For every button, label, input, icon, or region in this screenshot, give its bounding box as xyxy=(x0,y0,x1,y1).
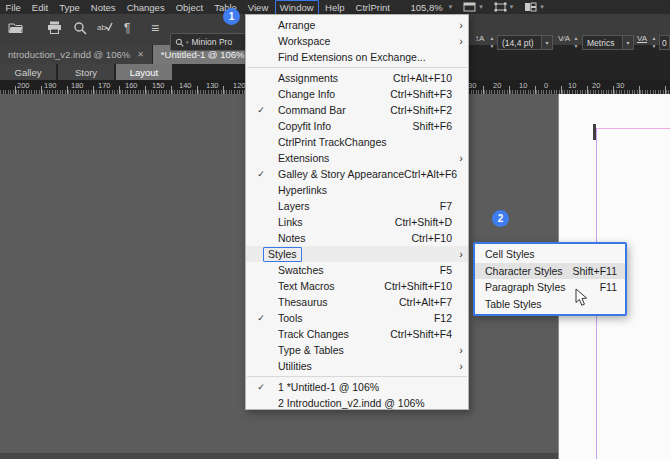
menu-item-tools[interactable]: ✓ToolsF12 xyxy=(246,310,468,326)
font-search-icon xyxy=(175,38,184,47)
tab-story[interactable]: Story xyxy=(58,64,114,80)
menu-item-layers[interactable]: LayersF7 xyxy=(246,198,468,214)
submenu-arrow-icon: › xyxy=(454,249,463,260)
ruler-label: 10 xyxy=(519,81,527,90)
submenu-item-paragraph-styles[interactable]: Paragraph StylesF11 xyxy=(475,279,625,296)
frame-view-chevron-icon[interactable]: ▾ xyxy=(510,3,514,11)
menu-ctrlprint[interactable]: CtrlPrint xyxy=(350,1,395,14)
menu-item-extensions[interactable]: Extensions› xyxy=(246,150,468,166)
menu-item-arrange[interactable]: Arrange› xyxy=(246,17,468,33)
ruler-label: 30 xyxy=(468,81,476,90)
window-menu-dropdown: Arrange› Workspace› Find Extensions on E… xyxy=(245,14,469,410)
kerning-dropdown-icon[interactable]: ▾ xyxy=(622,35,634,50)
doc-tab-label: ntroduction_v2.indd @ 106% xyxy=(8,49,130,60)
text-caret xyxy=(593,124,596,140)
font-name-value: Minion Pro xyxy=(192,37,233,47)
menu-type[interactable]: Type xyxy=(54,1,86,14)
print-icon[interactable] xyxy=(47,21,62,34)
menu-edit[interactable]: Edit xyxy=(26,1,53,14)
menu-item-assignments[interactable]: AssignmentsCtrl+Alt+F10 xyxy=(246,70,468,86)
frame-view-icon[interactable] xyxy=(494,2,507,12)
menu-item-ctrlprint-trackchanges[interactable]: CtrlPrint TrackChanges xyxy=(246,134,468,150)
kerning-stepper[interactable]: ▲▼ xyxy=(572,34,580,50)
leading-field[interactable]: (14,4 pt) xyxy=(497,35,542,50)
font-search-field[interactable]: ▾ Minion Pro xyxy=(170,33,250,51)
text-options-icon[interactable]: ≡ xyxy=(151,20,159,36)
pilcrow-icon[interactable]: ¶ xyxy=(124,20,130,36)
submenu-item-character-styles[interactable]: Character StylesShift+F11 xyxy=(475,263,625,280)
svg-text:ab: ab xyxy=(97,23,106,32)
menu-window[interactable]: Window xyxy=(275,0,319,15)
ruler-label: 130 xyxy=(206,81,219,90)
ruler-label: 170 xyxy=(98,81,111,90)
menu-item-type-tables[interactable]: Type & Tables› xyxy=(246,342,468,358)
menu-item-notes[interactable]: NotesCtrl+F10 xyxy=(246,230,468,246)
ruler-label: 0 xyxy=(544,81,548,90)
workspace-layout-icon[interactable] xyxy=(524,2,537,12)
ruler-label: 150 xyxy=(152,81,165,90)
menu-item-track-changes[interactable]: Track ChangesCtrl+Shift+F4 xyxy=(246,326,468,342)
menu-item-thesaurus[interactable]: ThesaurusCtrl+Alt+F7 xyxy=(246,294,468,310)
menu-item-links[interactable]: LinksCtrl+Shift+D xyxy=(246,214,468,230)
menu-item-text-macros[interactable]: Text MacrosCtrl+Shift+F10 xyxy=(246,278,468,294)
menu-view[interactable]: View xyxy=(242,1,273,14)
menu-item-copyfit-info[interactable]: Copyfit InfoShift+F6 xyxy=(246,118,468,134)
workspace-chevron-icon[interactable]: ▾ xyxy=(540,3,544,11)
check-icon: ✓ xyxy=(254,105,268,115)
spellcheck-icon[interactable]: ab xyxy=(97,21,113,34)
submenu-arrow-icon: › xyxy=(454,361,463,372)
kerning-field[interactable]: Metrics xyxy=(582,35,623,50)
margin-guide-horizontal xyxy=(596,128,670,129)
menu-item-doc-untitled[interactable]: ✓1 *Untitled-1 @ 106% xyxy=(246,379,468,395)
menu-file[interactable]: File xyxy=(0,1,26,14)
screen-mode-icon[interactable] xyxy=(463,2,476,12)
submenu-item-table-styles[interactable]: Table Styles xyxy=(475,296,625,313)
annotation-badge-2: 2 xyxy=(492,210,509,227)
menubar: File Edit Type Notes Changes Object Tabl… xyxy=(0,0,670,14)
menu-help[interactable]: Help xyxy=(320,1,351,14)
menu-item-utilities[interactable]: Utilities› xyxy=(246,358,468,374)
menu-item-find-extensions[interactable]: Find Extensions on Exchange... xyxy=(246,49,468,65)
ruler-label: 20 xyxy=(592,81,600,90)
folder-open-icon[interactable] xyxy=(8,21,24,34)
tab-galley[interactable]: Galley xyxy=(0,64,56,80)
screen-mode-chevron-icon[interactable]: ▾ xyxy=(479,3,483,11)
menu-item-workspace[interactable]: Workspace› xyxy=(246,33,468,49)
submenu-arrow-icon: › xyxy=(454,36,463,47)
ruler-label: 140 xyxy=(179,81,192,90)
submenu-item-cell-styles[interactable]: Cell Styles xyxy=(475,246,625,263)
tracking-icon: VA xyxy=(637,34,647,43)
menu-item-doc-introduction[interactable]: 2 Introduction_v2.indd @ 106% xyxy=(246,395,468,411)
menu-item-galley-story-appearance[interactable]: ✓Galley & Story AppearanceCtrl+Alt+F6 xyxy=(246,166,468,182)
check-icon: ✓ xyxy=(254,169,268,179)
doc-tab-introduction[interactable]: ntroduction_v2.indd @ 106% ✕ xyxy=(0,45,153,64)
menu-item-hyperlinks[interactable]: Hyperlinks xyxy=(246,182,468,198)
submenu-arrow-icon: › xyxy=(454,20,463,31)
menu-item-change-info[interactable]: Change InfoCtrl+Shift+F3 xyxy=(246,86,468,102)
font-search-chevron-icon: ▾ xyxy=(186,39,189,45)
leading-stepper[interactable]: ▲▼ xyxy=(488,34,496,50)
check-icon: ✓ xyxy=(254,382,268,392)
tracking-field[interactable]: 0 xyxy=(659,35,670,50)
ruler-label: 200 xyxy=(17,81,30,90)
menu-notes[interactable]: Notes xyxy=(85,1,121,14)
menu-object[interactable]: Object xyxy=(170,1,208,14)
close-icon[interactable]: ✕ xyxy=(137,50,144,59)
styles-annotation-box: Styles xyxy=(263,247,302,262)
submenu-arrow-icon: › xyxy=(454,153,463,164)
menu-changes[interactable]: Changes xyxy=(121,1,170,14)
zoom-chevron-icon[interactable]: ▾ xyxy=(449,3,453,11)
menu-item-swatches[interactable]: SwatchesF5 xyxy=(246,262,468,278)
kerning-icon: V⁄A xyxy=(558,34,570,43)
tab-layout[interactable]: Layout xyxy=(116,64,172,80)
leading-dropdown-icon[interactable]: ▾ xyxy=(541,35,553,50)
tracking-stepper[interactable]: ▲▼ xyxy=(650,34,658,50)
ruler-label: 180 xyxy=(71,81,84,90)
menu-item-styles[interactable]: Styles› xyxy=(246,246,468,262)
annotation-badge-1: 1 xyxy=(223,8,240,25)
search-icon[interactable] xyxy=(73,21,87,35)
menu-item-command-bar[interactable]: ✓Command BarCtrl+Shift+F2 xyxy=(246,102,468,118)
incopy-window: File Edit Type Notes Changes Object Tabl… xyxy=(0,0,670,459)
zoom-level-value[interactable]: 105,8% xyxy=(407,1,445,14)
mouse-cursor-icon xyxy=(575,288,588,311)
